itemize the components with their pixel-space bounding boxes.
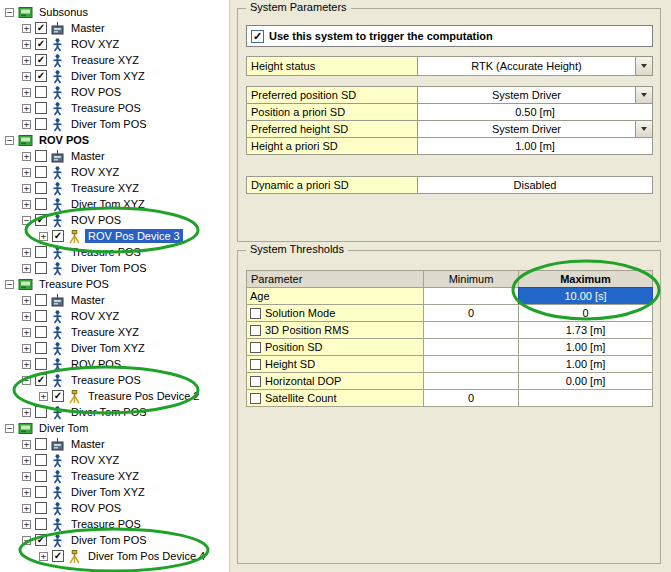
tree-item[interactable]: +Diver Tom POS [0, 116, 229, 132]
tree-item[interactable]: +✓ROV XYZ [0, 36, 229, 52]
tree-checkbox[interactable]: ✓ [52, 550, 64, 562]
tree-item[interactable]: +Treasure POS [0, 100, 229, 116]
threshold-minimum-cell[interactable] [423, 321, 519, 339]
collapse-toggle[interactable]: − [5, 424, 14, 433]
tree-checkbox[interactable]: ✓ [35, 54, 47, 66]
tree-checkbox[interactable] [35, 358, 47, 370]
tree-checkbox[interactable]: ✓ [35, 70, 47, 82]
collapse-toggle[interactable]: − [5, 136, 14, 145]
expand-toggle[interactable]: + [22, 184, 31, 193]
tree-item-label[interactable]: ROV XYZ [68, 453, 122, 467]
tree-item[interactable]: +Master [0, 292, 229, 308]
tree-item-label[interactable]: Treasure POS [68, 245, 144, 259]
threshold-maximum-cell[interactable]: 0 [518, 304, 653, 322]
tree-item-label[interactable]: Treasure POS [36, 277, 112, 291]
threshold-checkbox[interactable] [250, 376, 261, 387]
expand-toggle[interactable]: + [22, 152, 31, 161]
expand-toggle[interactable]: + [22, 296, 31, 305]
tree-item-label[interactable]: Treasure POS [68, 373, 144, 387]
threshold-minimum-cell[interactable] [423, 372, 519, 390]
tree-checkbox[interactable] [35, 294, 47, 306]
expand-toggle[interactable]: + [39, 552, 48, 561]
tree-item-label[interactable]: Treasure POS [68, 101, 144, 115]
tree-item-label[interactable]: Master [68, 437, 108, 451]
collapse-toggle[interactable]: − [5, 280, 14, 289]
tree-checkbox[interactable] [35, 342, 47, 354]
tree-item[interactable]: −Diver Tom [0, 420, 229, 436]
expand-toggle[interactable]: + [22, 40, 31, 49]
tree-item-label[interactable]: ROV POS [68, 357, 124, 371]
tree-item[interactable]: +Treasure XYZ [0, 324, 229, 340]
threshold-checkbox[interactable] [250, 325, 261, 336]
tree-item[interactable]: +ROV XYZ [0, 308, 229, 324]
tree-item-label[interactable]: Diver Tom XYZ [68, 341, 148, 355]
param-value[interactable]: System Driver [417, 86, 636, 104]
tree-item-label[interactable]: Treasure XYZ [68, 325, 142, 339]
param-value[interactable]: 1.00 [m] [417, 137, 653, 155]
tree-item-label[interactable]: Treasure XYZ [68, 53, 142, 67]
tree-checkbox[interactable]: ✓ [35, 38, 47, 50]
trigger-computation-field[interactable]: ✓ Use this system to trigger the computa… [246, 25, 653, 47]
expand-toggle[interactable]: + [22, 88, 31, 97]
threshold-checkbox[interactable] [250, 342, 261, 353]
tree-item-label[interactable]: ROV POS [36, 133, 92, 147]
tree-checkbox[interactable]: ✓ [52, 230, 64, 242]
tree-checkbox[interactable]: ✓ [35, 22, 47, 34]
tree-item[interactable]: +✓Master [0, 20, 229, 36]
tree-item[interactable]: +Diver Tom XYZ [0, 484, 229, 500]
tree-item-label[interactable]: ROV XYZ [68, 309, 122, 323]
tree-item-label[interactable]: Diver Tom XYZ [68, 485, 148, 499]
expand-toggle[interactable]: + [22, 312, 31, 321]
tree-item-label[interactable]: Diver Tom [36, 421, 91, 435]
expand-toggle[interactable]: + [39, 392, 48, 401]
expand-toggle[interactable]: + [22, 488, 31, 497]
expand-toggle[interactable]: + [22, 472, 31, 481]
expand-toggle[interactable]: + [39, 232, 48, 241]
tree-item-label[interactable]: ROV POS [68, 501, 124, 515]
tree-item[interactable]: +ROV XYZ [0, 164, 229, 180]
tree-item-label[interactable]: Diver Tom POS [68, 533, 150, 547]
tree-item[interactable]: +Treasure POS [0, 516, 229, 532]
collapse-toggle[interactable]: − [22, 216, 31, 225]
dropdown-arrow-icon[interactable] [635, 86, 653, 104]
tree-item-label[interactable]: Diver Tom POS [68, 261, 150, 275]
tree-item-label[interactable]: ROV XYZ [68, 37, 122, 51]
tree-item-label[interactable]: Diver Tom POS [68, 405, 150, 419]
threshold-maximum-cell-selected[interactable]: 10.00 [s] [518, 287, 653, 305]
tree-checkbox[interactable] [35, 310, 47, 322]
tree-item[interactable]: −Treasure POS [0, 276, 229, 292]
tree-item[interactable]: −ROV POS [0, 132, 229, 148]
expand-toggle[interactable]: + [22, 408, 31, 417]
threshold-maximum-cell[interactable]: 1.00 [m] [518, 338, 653, 356]
tree-checkbox[interactable]: ✓ [35, 214, 47, 226]
tree-item[interactable]: +Diver Tom POS [0, 260, 229, 276]
tree-checkbox[interactable] [35, 518, 47, 530]
tree-item-label[interactable]: Master [68, 21, 108, 35]
threshold-minimum-cell[interactable]: 0 [423, 389, 519, 407]
tree-item[interactable]: +Diver Tom XYZ [0, 196, 229, 212]
threshold-minimum-cell[interactable]: 0 [423, 304, 519, 322]
tree-checkbox[interactable] [35, 198, 47, 210]
tree-item[interactable]: −✓Treasure POS [0, 372, 229, 388]
tree-item[interactable]: +Treasure POS [0, 244, 229, 260]
tree-item[interactable]: +✓Treasure XYZ [0, 52, 229, 68]
tree-checkbox[interactable]: ✓ [35, 374, 47, 386]
collapse-toggle[interactable]: − [5, 8, 14, 17]
tree-item[interactable]: +✓Diver Tom Pos Device 4 [0, 548, 229, 564]
tree-checkbox[interactable] [35, 150, 47, 162]
tree-item-label[interactable]: ROV Pos Device 3 [85, 229, 183, 243]
expand-toggle[interactable]: + [22, 264, 31, 273]
expand-toggle[interactable]: + [22, 520, 31, 529]
expand-toggle[interactable]: + [22, 24, 31, 33]
dynamic-sd-value[interactable]: Disabled [417, 176, 653, 194]
expand-toggle[interactable]: + [22, 344, 31, 353]
tree-checkbox[interactable] [35, 406, 47, 418]
tree-item-label[interactable]: ROV POS [68, 213, 124, 227]
threshold-maximum-cell[interactable]: 1.00 [m] [518, 355, 653, 373]
threshold-maximum-cell[interactable]: 1.73 [m] [518, 321, 653, 339]
tree-item-label[interactable]: Diver Tom POS [68, 117, 150, 131]
tree-checkbox[interactable] [35, 102, 47, 114]
expand-toggle[interactable]: + [22, 328, 31, 337]
tree-item[interactable]: −✓Diver Tom POS [0, 532, 229, 548]
tree-item-label[interactable]: Diver Tom Pos Device 4 [85, 549, 208, 563]
